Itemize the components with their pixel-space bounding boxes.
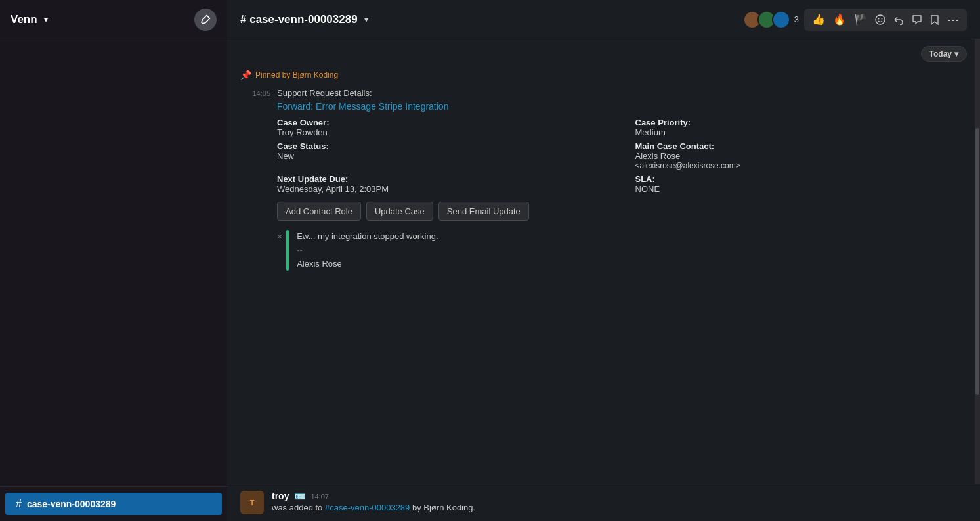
bottom-message-author: troy xyxy=(272,491,289,501)
troy-avatar: T xyxy=(240,491,264,514)
close-email-button[interactable]: × xyxy=(277,231,282,242)
chat-icon-btn[interactable] xyxy=(909,13,925,26)
support-request-label: Support Request Details: xyxy=(277,88,967,98)
pinned-by-text: Pinned by Bjørn Koding xyxy=(255,70,338,79)
avatar-group: 3 xyxy=(743,11,799,29)
action-icons-bar: 👍 🔥 🏴 xyxy=(804,9,967,31)
action-buttons: Add Contact Role Update Case Send Email … xyxy=(277,202,967,221)
member-count: 3 xyxy=(794,14,799,24)
bottom-message-block: T troy 🪪 14:07 was added to #case-venn-0… xyxy=(227,484,980,521)
message-body-14-05: Support Request Details: Forward: Error … xyxy=(277,88,967,271)
sidebar: Venn ▾ # case-venn-00003289 xyxy=(0,0,227,521)
sidebar-channel-label: case-venn-00003289 xyxy=(27,499,116,509)
bottom-message-header: troy 🪪 14:07 xyxy=(272,491,967,501)
thumbs-up-icon-btn[interactable]: 👍 xyxy=(809,12,828,27)
today-caret-icon: ▾ xyxy=(954,49,958,58)
sidebar-item-case-venn-00003289[interactable]: # case-venn-00003289 xyxy=(5,493,222,515)
channel-title[interactable]: # case-venn-00003289 xyxy=(240,13,358,26)
sla-value: NONE xyxy=(635,184,968,194)
case-status-label: Case Status: xyxy=(277,141,609,151)
svg-point-0 xyxy=(876,15,885,24)
messages-area: Today ▾ 📌 Pinned by Bjørn Koding 14:05 S… xyxy=(227,39,980,484)
email-signature: Alexis Rose xyxy=(297,258,438,271)
scrollbar-thumb xyxy=(975,128,979,395)
compose-button[interactable] xyxy=(194,9,217,31)
send-email-update-button[interactable]: Send Email Update xyxy=(438,202,529,221)
sla-label: SLA: xyxy=(635,174,968,184)
case-owner-label: Case Owner: xyxy=(277,118,609,127)
next-update-value: Wednesday, April 13, 2:03PM xyxy=(277,184,609,194)
add-contact-role-button[interactable]: Add Contact Role xyxy=(277,202,361,221)
case-priority-value: Medium xyxy=(635,127,968,137)
close-icon: × xyxy=(277,231,282,242)
main-contact-email: <alexisrose@alexisrose.com> xyxy=(635,161,968,170)
channel-reference[interactable]: #case-venn-00003289 xyxy=(325,503,410,512)
avatar-3 xyxy=(772,11,790,29)
email-content-block: × Ew... my integration stopped working. … xyxy=(277,230,967,271)
case-owner-value: Troy Rowden xyxy=(277,127,609,137)
case-priority-label: Case Priority: xyxy=(635,118,968,127)
pinned-notice: 📌 Pinned by Bjørn Koding xyxy=(227,64,980,85)
today-badge[interactable]: Today ▾ xyxy=(921,46,967,62)
email-body-line1: Ew... my integration stopped working. xyxy=(297,230,438,244)
flag-icon-btn[interactable]: 🏴 xyxy=(851,12,870,27)
sidebar-header: Venn ▾ xyxy=(0,0,227,39)
svg-point-2 xyxy=(882,18,883,19)
bottom-message-content: troy 🪪 14:07 was added to #case-venn-000… xyxy=(272,491,967,512)
main-content: # case-venn-00003289 ▾ 3 👍 🔥 🏴 xyxy=(227,0,980,521)
bottom-message-text: was added to #case-venn-00003289 by Bjør… xyxy=(272,503,967,512)
forward-email-link[interactable]: Forward: Error Message Stripe Integratio… xyxy=(277,101,448,112)
sidebar-bottom: # case-venn-00003289 xyxy=(0,486,227,521)
header-right: 3 👍 🔥 🏴 xyxy=(743,9,967,31)
email-separator: -- xyxy=(297,244,438,258)
sidebar-content xyxy=(0,39,227,486)
reply-icon-btn[interactable] xyxy=(891,13,906,26)
main-contact-label: Main Case Contact: xyxy=(635,141,968,151)
svg-text:T: T xyxy=(250,499,255,507)
case-status-value: New xyxy=(277,151,609,161)
bookmark-icon-btn[interactable] xyxy=(927,13,942,26)
fire-icon-btn[interactable]: 🔥 xyxy=(830,12,849,27)
green-bar-decoration xyxy=(286,230,289,271)
svg-point-1 xyxy=(878,18,880,19)
bottom-message-time: 14:07 xyxy=(310,493,329,501)
hash-icon: # xyxy=(16,498,22,510)
bottom-text-prefix: was added to xyxy=(272,503,325,512)
channel-header: # case-venn-00003289 ▾ 3 👍 🔥 🏴 xyxy=(227,0,980,39)
update-case-button[interactable]: Update Case xyxy=(366,202,433,221)
next-update-label: Next Update Due: xyxy=(277,174,609,184)
message-block-14-05: 14:05 Support Request Details: Forward: … xyxy=(227,85,980,273)
today-label: Today xyxy=(929,49,952,58)
more-options-button[interactable]: ⋯ xyxy=(945,11,962,28)
pin-icon: 📌 xyxy=(240,70,251,80)
message-time-14-05: 14:05 xyxy=(240,88,270,271)
main-contact-name: Alexis Rose xyxy=(635,151,968,161)
emoji-icon-btn[interactable] xyxy=(872,13,888,26)
case-details-card: Case Owner: Troy Rowden Case Priority: M… xyxy=(277,112,967,226)
date-divider: Today ▾ xyxy=(227,39,980,64)
workspace-caret-icon: ▾ xyxy=(44,15,48,24)
avatar-stack xyxy=(743,11,790,29)
bottom-message-emoji: 🪪 xyxy=(294,491,305,501)
channel-caret-icon: ▾ xyxy=(364,15,368,24)
bottom-text-suffix: by Bjørn Koding. xyxy=(412,503,475,512)
case-details-grid: Case Owner: Troy Rowden Case Priority: M… xyxy=(277,118,967,194)
scrollbar-track xyxy=(975,39,980,484)
email-body-text: Ew... my integration stopped working. --… xyxy=(297,230,438,271)
workspace-name[interactable]: Venn xyxy=(11,13,37,26)
